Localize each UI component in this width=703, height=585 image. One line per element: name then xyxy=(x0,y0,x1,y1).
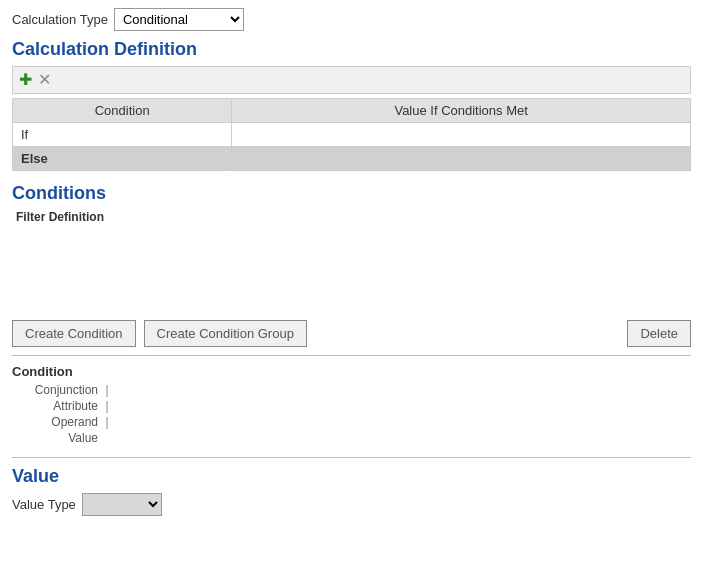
else-condition-cell: Else xyxy=(13,147,232,171)
action-buttons: Create Condition Create Condition Group … xyxy=(12,320,691,356)
conditions-heading: Conditions xyxy=(12,183,691,204)
condition-col-header: Condition xyxy=(13,99,232,123)
operand-row: Operand | xyxy=(12,415,691,429)
value-label: Value xyxy=(12,431,102,445)
value-type-row: Value Type Static Attribute xyxy=(12,493,691,516)
conjunction-row: Conjunction | xyxy=(12,383,691,397)
attribute-sep: | xyxy=(102,399,112,413)
filter-def-label: Filter Definition xyxy=(16,210,691,224)
value-section: Value Value Type Static Attribute xyxy=(12,457,691,516)
delete-button[interactable]: Delete xyxy=(627,320,691,347)
attribute-label: Attribute xyxy=(12,399,102,413)
calc-table: Condition Value If Conditions Met If Els… xyxy=(12,98,691,171)
create-condition-group-button[interactable]: Create Condition Group xyxy=(144,320,307,347)
remove-row-button[interactable]: ✕ xyxy=(36,70,53,90)
operand-label: Operand xyxy=(12,415,102,429)
add-row-button[interactable]: ✚ xyxy=(17,70,34,90)
value-type-label: Value Type xyxy=(12,497,76,512)
value-row: Value xyxy=(12,431,691,445)
calc-type-label: Calculation Type xyxy=(12,12,108,27)
toolbar: ✚ ✕ xyxy=(12,66,691,94)
page-wrapper: Calculation Type Conditional Static Form… xyxy=(0,0,703,524)
conjunction-sep: | xyxy=(102,383,112,397)
value-type-select[interactable]: Static Attribute xyxy=(82,493,162,516)
condition-details: Condition Conjunction | Attribute | Oper… xyxy=(12,364,691,445)
create-condition-button[interactable]: Create Condition xyxy=(12,320,136,347)
if-value-cell xyxy=(232,123,691,147)
value-col-header: Value If Conditions Met xyxy=(232,99,691,123)
if-condition-cell: If xyxy=(13,123,232,147)
calc-table-wrapper: ✛ Condition Value If Conditions Met If E… xyxy=(12,98,691,171)
calc-type-row: Calculation Type Conditional Static Form… xyxy=(12,8,691,31)
operand-sep: | xyxy=(102,415,112,429)
calc-definition-heading: Calculation Definition xyxy=(12,39,691,60)
table-header-row: Condition Value If Conditions Met xyxy=(13,99,691,123)
filter-def-area xyxy=(12,228,691,308)
attribute-row: Attribute | xyxy=(12,399,691,413)
table-row[interactable]: Else xyxy=(13,147,691,171)
calc-type-select[interactable]: Conditional Static Formula xyxy=(114,8,244,31)
value-heading: Value xyxy=(12,466,691,487)
condition-details-title: Condition xyxy=(12,364,691,379)
conditions-section: Conditions Filter Definition xyxy=(12,183,691,308)
else-value-cell xyxy=(232,147,691,171)
table-row[interactable]: If xyxy=(13,123,691,147)
conjunction-label: Conjunction xyxy=(12,383,102,397)
